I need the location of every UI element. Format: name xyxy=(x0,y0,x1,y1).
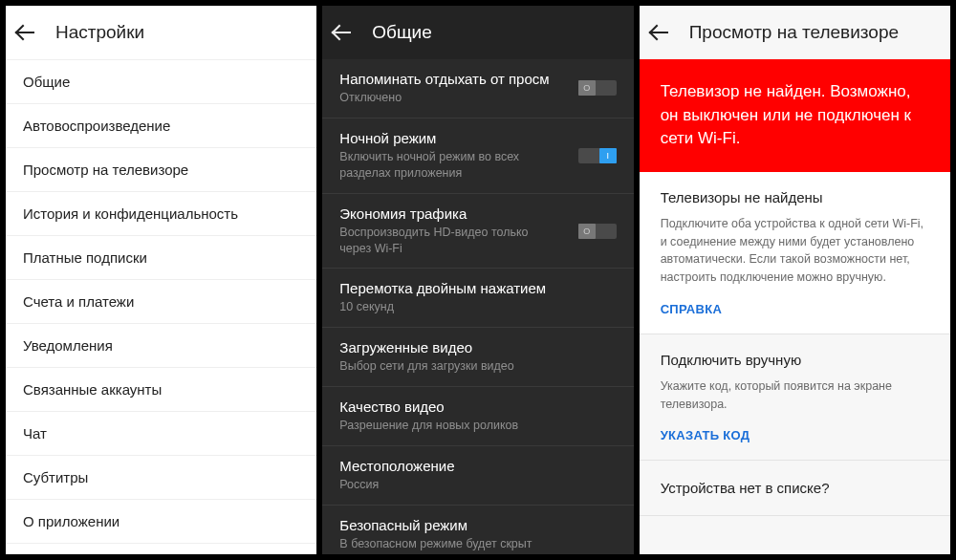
remind-break-toggle[interactable]: O xyxy=(578,80,617,96)
general-screen: Общие Напоминать отдыхать от просм Отклю… xyxy=(322,6,633,554)
settings-list: Общие Автовоспроизведение Просмотр на те… xyxy=(6,59,316,554)
general-list: Напоминать отдыхать от просм Отключено O… xyxy=(322,59,633,554)
help-link[interactable]: СПРАВКА xyxy=(661,302,929,316)
item-subtitle: 10 секунд xyxy=(339,299,616,315)
item-title: Местоположение xyxy=(339,458,616,474)
settings-item-tv[interactable]: Просмотр на телевизоре xyxy=(6,148,316,192)
settings-item-general[interactable]: Общие xyxy=(6,59,316,104)
settings-header: Настройки xyxy=(6,6,316,59)
block-title: Подключить вручную xyxy=(661,352,929,368)
remind-break-item[interactable]: Напоминать отдыхать от просм Отключено O xyxy=(322,59,633,118)
double-tap-seek-item[interactable]: Перемотка двойным нажатием 10 секунд xyxy=(322,269,633,328)
page-title: Общие xyxy=(372,22,431,43)
item-subtitle: Воспроизводить HD-видео только через Wi-… xyxy=(339,225,616,257)
device-not-listed-item[interactable]: Устройства нет в списке? xyxy=(640,461,950,516)
item-title: Перемотка двойным нажатием xyxy=(339,280,616,296)
settings-item-billing[interactable]: Счета и платежи xyxy=(6,280,316,324)
dark-mode-item[interactable]: Ночной режим Включить ночной режим во вс… xyxy=(322,118,633,194)
item-subtitle: Включить ночной режим во всех разделах п… xyxy=(339,149,616,182)
tv-header: Просмотр на телевизоре xyxy=(640,6,950,59)
safe-mode-item[interactable]: Безопасный режим В безопасном режиме буд… xyxy=(322,506,633,554)
back-icon[interactable] xyxy=(651,25,670,40)
block-body: Подключите оба устройства к одной сети W… xyxy=(661,215,929,287)
block-body: Укажите код, который появится на экране … xyxy=(661,377,929,414)
item-subtitle: Выбор сети для загрузки видео xyxy=(339,358,616,375)
item-title: Безопасный режим xyxy=(339,517,616,533)
data-saving-item[interactable]: Экономия трафика Воспроизводить HD-видео… xyxy=(322,194,633,269)
enter-code-link[interactable]: УКАЗАТЬ КОД xyxy=(661,428,929,442)
settings-item-privacy[interactable]: История и конфиденциальность xyxy=(6,192,316,236)
settings-item-linked-accounts[interactable]: Связанные аккаунты xyxy=(6,368,316,412)
item-subtitle: В безопасном режиме будет скрыт контент,… xyxy=(339,536,616,554)
item-subtitle: Отключено xyxy=(339,90,616,106)
tv-screen: Просмотр на телевизоре Телевизор не найд… xyxy=(640,6,950,554)
page-title: Просмотр на телевизоре xyxy=(689,22,899,43)
tv-content: Телевизор не найден. Возможно, он выключ… xyxy=(640,59,950,554)
downloads-item[interactable]: Загруженные видео Выбор сети для загрузк… xyxy=(322,328,633,387)
item-subtitle: Россия xyxy=(339,477,616,493)
back-icon[interactable] xyxy=(17,25,36,40)
back-icon[interactable] xyxy=(334,25,353,40)
page-title: Настройки xyxy=(55,22,144,43)
settings-item-captions[interactable]: Субтитры xyxy=(6,456,316,500)
data-saving-toggle[interactable]: O xyxy=(578,224,617,239)
dark-mode-toggle[interactable]: I xyxy=(578,148,617,163)
tv-manual-block: Подключить вручную Укажите код, который … xyxy=(640,334,950,462)
location-item[interactable]: Местоположение Россия xyxy=(322,446,633,506)
item-title: Загруженные видео xyxy=(339,339,616,355)
settings-item-subscriptions[interactable]: Платные подписки xyxy=(6,236,316,280)
settings-screen: Настройки Общие Автовоспроизведение Прос… xyxy=(6,6,316,554)
item-title: Экономия трафика xyxy=(339,205,616,222)
tv-not-found-alert: Телевизор не найден. Возможно, он выключ… xyxy=(640,59,950,172)
general-header: Общие xyxy=(322,6,633,59)
block-title: Телевизоры не найдены xyxy=(661,189,929,205)
settings-item-about[interactable]: О приложении xyxy=(6,500,316,544)
item-title: Напоминать отдыхать от просм xyxy=(339,71,616,87)
item-title: Ночной режим xyxy=(339,130,616,146)
item-title: Качество видео xyxy=(339,398,616,415)
video-quality-item[interactable]: Качество видео Разрешение для новых роли… xyxy=(322,387,633,446)
settings-item-chat[interactable]: Чат xyxy=(6,412,316,456)
settings-item-autoplay[interactable]: Автовоспроизведение xyxy=(6,104,316,148)
item-subtitle: Разрешение для новых роликов xyxy=(339,418,616,434)
tv-notfound-block: Телевизоры не найдены Подключите оба уст… xyxy=(640,172,950,334)
settings-item-notifications[interactable]: Уведомления xyxy=(6,324,316,368)
